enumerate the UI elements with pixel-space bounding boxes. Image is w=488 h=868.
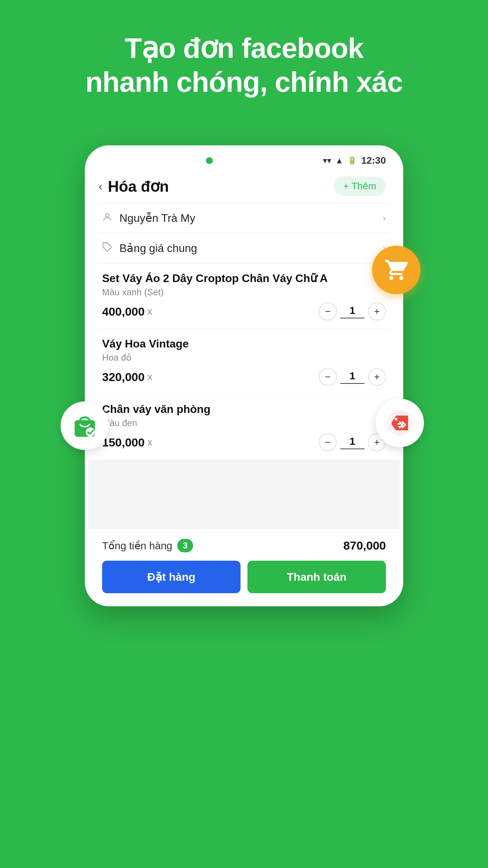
price-x-3: x: [147, 437, 152, 448]
qty-value-3: 1: [340, 435, 364, 449]
product-price-3: 150,000: [102, 436, 145, 449]
add-item-button[interactable]: + Thêm: [334, 177, 386, 196]
price-x-combo-3: 150,000 x: [102, 436, 152, 449]
customer-row-left: Nguyễn Trà My: [102, 211, 195, 225]
pay-button[interactable]: Thanh toán: [247, 561, 386, 593]
product-price-row-1: 400,000 x − 1 +: [102, 302, 386, 320]
price-table-row[interactable]: Bảng giá chung ›: [88, 233, 400, 263]
product-variant-1: Màu xanh (Set): [102, 287, 386, 298]
product-price-2: 320,000: [102, 370, 145, 384]
status-time: 12:30: [361, 155, 386, 166]
footer: Tổng tiền hàng 3 870,000 Đặt hàng Thanh …: [88, 529, 400, 603]
phone-mockup: ▾▾ ▲ 🔋 12:30 ‹ Hóa đơn + Thêm: [85, 145, 403, 606]
back-button[interactable]: ‹: [99, 180, 102, 193]
total-label: Tổng tiền hàng 3: [102, 539, 193, 552]
app-header-left: ‹ Hóa đơn: [99, 178, 169, 195]
product-variant-2: Hoa đỏ: [102, 352, 386, 363]
product-list: Set Váy Áo 2 Dây Croptop Chân Váy Chữ A …: [88, 263, 400, 460]
price-x-1: x: [147, 306, 152, 317]
app-header: ‹ Hóa đơn + Thêm: [88, 170, 400, 203]
qty-increase-2[interactable]: +: [368, 368, 386, 386]
empty-space: [88, 460, 400, 529]
qty-control-2: − 1 +: [319, 368, 386, 386]
qty-control-1: − 1 +: [319, 302, 386, 320]
qty-value-2: 1: [340, 370, 364, 384]
camera-dot: [206, 157, 213, 164]
total-row: Tổng tiền hàng 3 870,000: [102, 539, 386, 552]
signal-icon: ▲: [335, 156, 344, 165]
status-bar: ▾▾ ▲ 🔋 12:30: [88, 149, 400, 170]
price-table-left: Bảng giá chung: [102, 242, 197, 255]
price-x-combo-2: 320,000 x: [102, 370, 152, 384]
action-buttons: Đặt hàng Thanh toán: [102, 561, 386, 593]
product-item-3: Chân váy văn phòng Màu đen 150,000 x − 1…: [99, 395, 389, 460]
qty-decrease-3[interactable]: −: [319, 433, 337, 451]
qty-increase-1[interactable]: +: [368, 302, 386, 320]
qty-decrease-1[interactable]: −: [319, 302, 337, 320]
customer-row[interactable]: Nguyễn Trà My ›: [88, 203, 400, 233]
chevron-right-icon: ›: [383, 213, 386, 224]
product-name-3: Chân váy văn phòng: [102, 403, 386, 416]
qty-decrease-2[interactable]: −: [319, 368, 337, 386]
tag-float-icon[interactable]: [376, 399, 424, 447]
cart-float-icon[interactable]: [372, 246, 421, 294]
product-price-row-2: 320,000 x − 1 +: [102, 368, 386, 386]
wifi-icon: ▾▾: [323, 156, 331, 165]
tag-icon: [102, 242, 112, 255]
qty-control-3: − 1 +: [319, 433, 386, 451]
price-x-2: x: [147, 371, 152, 382]
page-header: Tạo đơn facebook nhanh chóng, chính xác: [0, 0, 488, 99]
battery-icon: 🔋: [347, 156, 357, 165]
bag-float-icon[interactable]: [61, 401, 109, 450]
product-price-row-3: 150,000 x − 1 +: [102, 433, 386, 451]
product-price-1: 400,000: [102, 305, 145, 318]
product-name-2: Váy Hoa Vintage: [102, 337, 386, 350]
app-title: Hóa đơn: [108, 178, 169, 195]
total-amount: 870,000: [343, 539, 386, 552]
svg-point-1: [86, 427, 95, 437]
total-badge: 3: [177, 539, 193, 552]
header-line1: Tạo đơn facebook: [0, 31, 488, 65]
phone-frame: ▾▾ ▲ 🔋 12:30 ‹ Hóa đơn + Thêm: [85, 145, 403, 606]
svg-point-4: [106, 214, 109, 217]
header-line2: nhanh chóng, chính xác: [0, 65, 488, 99]
product-item-1: Set Váy Áo 2 Dây Croptop Chân Váy Chữ A …: [99, 263, 389, 329]
svg-point-3: [395, 418, 397, 421]
price-x-combo-1: 400,000 x: [102, 305, 152, 318]
person-icon: [102, 212, 112, 225]
order-button[interactable]: Đặt hàng: [102, 561, 241, 593]
product-item-2: Váy Hoa Vintage Hoa đỏ 320,000 x − 1 +: [99, 329, 389, 395]
customer-name: Nguyễn Trà My: [119, 211, 195, 225]
product-variant-3: Màu đen: [102, 418, 386, 428]
price-table-name: Bảng giá chung: [119, 242, 197, 255]
product-name-1: Set Váy Áo 2 Dây Croptop Chân Váy Chữ A: [102, 272, 386, 285]
total-label-text: Tổng tiền hàng: [102, 540, 172, 552]
qty-value-1: 1: [340, 305, 364, 318]
